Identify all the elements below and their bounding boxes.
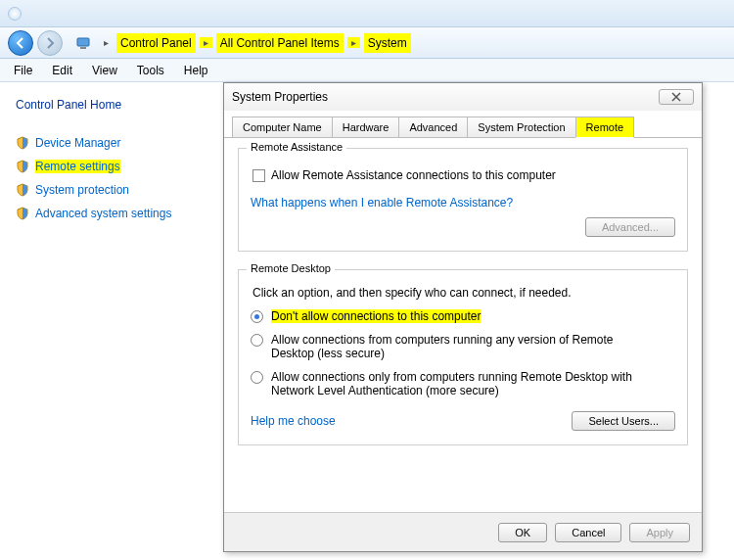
menu-file[interactable]: File <box>4 61 42 80</box>
remote-desktop-instruction: Click an option, and then specify who ca… <box>252 286 675 300</box>
remote-assistance-group: Remote Assistance Allow Remote Assistanc… <box>238 148 688 252</box>
shield-icon <box>16 160 29 173</box>
ok-button[interactable]: OK <box>498 523 547 542</box>
sidebar-item-advanced-system-settings[interactable]: Advanced system settings <box>12 202 194 225</box>
radio-icon <box>251 310 263 323</box>
chevron-right-icon: ▸ <box>347 37 360 48</box>
dialog-body: Remote Assistance Allow Remote Assistanc… <box>224 138 702 473</box>
sidebar-item-label: System protection <box>35 183 129 197</box>
menu-view[interactable]: View <box>82 61 127 80</box>
sidebar-item-system-protection[interactable]: System protection <box>12 178 194 202</box>
sidebar-item-label: Device Manager <box>35 136 120 150</box>
sidebar: Control Panel Home Device Manager Remote… <box>0 82 206 560</box>
tab-advanced[interactable]: Advanced <box>398 117 468 137</box>
shield-icon <box>16 136 29 150</box>
menu-tools[interactable]: Tools <box>127 61 174 80</box>
svg-rect-0 <box>77 38 89 46</box>
sidebar-item-label: Remote settings <box>35 160 120 173</box>
group-title: Remote Assistance <box>247 141 346 153</box>
menu-edit[interactable]: Edit <box>42 61 82 80</box>
sidebar-item-remote-settings[interactable]: Remote settings <box>12 155 194 178</box>
remote-desktop-group: Remote Desktop Click an option, and then… <box>238 269 688 445</box>
tab-computer-name[interactable]: Computer Name <box>232 117 333 137</box>
tab-system-protection[interactable]: System Protection <box>467 117 575 137</box>
group-title: Remote Desktop <box>247 262 335 274</box>
back-button[interactable] <box>8 30 33 56</box>
browser-top-bar <box>0 0 734 27</box>
checkbox-icon <box>252 169 265 182</box>
shield-icon <box>16 207 29 220</box>
dialog-titlebar: System Properties <box>224 83 702 111</box>
navigation-toolbar: ▸ Control Panel ▸ All Control Panel Item… <box>0 27 734 59</box>
sidebar-title: Control Panel Home <box>12 98 194 112</box>
radio-dont-allow[interactable]: Don't allow connections to this computer <box>251 309 675 323</box>
chevron-right-icon: ▸ <box>200 37 212 48</box>
chevron-right-icon: ▸ <box>100 37 113 48</box>
cancel-button[interactable]: Cancel <box>555 523 621 542</box>
radio-label: Allow connections only from computers ru… <box>271 370 643 397</box>
breadcrumb-item[interactable]: System <box>364 33 411 53</box>
close-icon <box>670 92 682 102</box>
checkbox-label: Allow Remote Assistance connections to t… <box>271 168 556 182</box>
computer-icon <box>74 34 92 52</box>
radio-icon <box>251 334 263 347</box>
apply-button[interactable]: Apply <box>629 523 690 542</box>
system-properties-dialog: System Properties Computer Name Hardware… <box>223 82 703 552</box>
dialog-title: System Properties <box>232 90 328 104</box>
favicon-icon <box>8 7 22 21</box>
close-button[interactable] <box>659 89 694 105</box>
radio-allow-nla[interactable]: Allow connections only from computers ru… <box>251 370 675 397</box>
breadcrumb-item[interactable]: Control Panel <box>116 33 196 53</box>
sidebar-item-device-manager[interactable]: Device Manager <box>12 131 194 155</box>
select-users-button[interactable]: Select Users... <box>572 411 675 431</box>
tab-strip: Computer Name Hardware Advanced System P… <box>224 111 702 138</box>
shield-icon <box>16 183 29 197</box>
radio-allow-any[interactable]: Allow connections from computers running… <box>251 333 675 360</box>
advanced-button[interactable]: Advanced... <box>585 217 675 237</box>
tab-hardware[interactable]: Hardware <box>332 117 400 137</box>
remote-assistance-help-link[interactable]: What happens when I enable Remote Assist… <box>251 196 675 210</box>
menu-help[interactable]: Help <box>174 61 218 80</box>
tab-remote[interactable]: Remote <box>575 117 635 138</box>
dialog-footer: OK Cancel Apply <box>224 512 702 551</box>
svg-rect-1 <box>80 47 86 49</box>
radio-label: Don't allow connections to this computer <box>271 309 481 323</box>
forward-button[interactable] <box>37 30 63 56</box>
help-me-choose-link[interactable]: Help me choose <box>251 414 336 428</box>
radio-icon <box>251 371 263 384</box>
menu-bar: File Edit View Tools Help <box>0 59 734 82</box>
allow-remote-assistance-checkbox[interactable]: Allow Remote Assistance connections to t… <box>252 168 675 182</box>
sidebar-item-label: Advanced system settings <box>35 207 171 220</box>
breadcrumb-item[interactable]: All Control Panel Items <box>216 33 344 53</box>
radio-label: Allow connections from computers running… <box>271 333 643 360</box>
